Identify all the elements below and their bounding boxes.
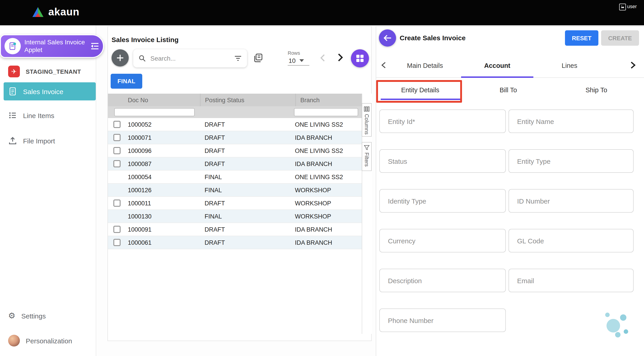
cell-branch: WORKSHOP [295,213,362,220]
gear-icon: ⚙ [8,312,15,320]
cell-posting-status: FINAL [204,187,295,193]
filter-list-icon[interactable] [234,55,242,62]
table-row[interactable]: 1000130 FINAL WORKSHOP [108,210,362,223]
cell-branch: ONE LIVING SS2 [295,121,362,128]
email-field[interactable]: Email [508,269,634,292]
currency-field[interactable]: Currency [379,229,506,252]
table-row[interactable]: 1000061 DRAFT IDA BRANCH [108,236,362,249]
tab-account[interactable]: Account [461,54,533,77]
table-header-row: Doc No Posting Status Branch [108,94,362,106]
columns-side-tab[interactable]: Columns [362,103,372,137]
reset-button[interactable]: RESET [565,30,598,46]
column-header-posting-status[interactable]: Posting Status [200,94,295,106]
row-checkbox[interactable] [113,239,120,246]
cell-branch: IDA BRANCH [295,134,362,141]
page-title: Create Sales Invoice [400,34,466,42]
identity-type-field[interactable]: Identity Type [379,189,506,213]
table-row[interactable]: 1000091 DRAFT IDA BRANCH [108,223,362,236]
table-side-strip: Columns Filters [362,94,372,334]
description-field[interactable]: Description [379,269,506,292]
list-icon [8,111,17,120]
column-header-branch[interactable]: Branch [295,94,362,106]
sidebar-item-settings[interactable]: ⚙ Settings [0,308,96,323]
tab-main-details[interactable]: Main Details [389,54,461,77]
cell-doc-no: 1000011 [128,200,204,207]
row-checkbox[interactable] [113,226,120,233]
row-checkbox[interactable] [113,134,120,141]
sidebar-item-personalization[interactable]: Personalization [0,333,96,348]
cell-posting-status: DRAFT [204,239,295,246]
table-row[interactable]: 1000071 DRAFT IDA BRANCH [108,131,362,144]
tab-lines[interactable]: Lines [533,54,606,77]
detail-tab-bar: Main Details Account Lines [376,54,644,78]
rows-per-page-control[interactable]: Rows 10 [288,50,309,66]
entity-id-field[interactable]: Entity Id* [379,109,506,133]
user-alt-text: user [627,4,637,9]
duplicate-list-button[interactable] [253,53,263,63]
grid-view-icon [356,54,364,62]
back-button[interactable] [379,29,396,47]
tenant-logo-icon: ✈ [8,66,20,77]
user-avatar [8,335,20,346]
status-field[interactable]: Status [379,149,506,173]
cell-doc-no: 1000126 [128,187,204,193]
search-box[interactable] [133,49,247,67]
columns-icon [364,106,370,112]
table-row[interactable]: 1000011 DRAFT WORKSHOP [108,197,362,210]
doc-no-filter-input[interactable] [114,108,195,116]
column-header-doc-no[interactable]: Doc No [128,97,204,103]
table-row[interactable]: 1000052 DRAFT ONE LIVING SS2 [108,118,362,131]
row-checkbox[interactable] [113,200,120,207]
applet-title: Internal Sales Invoice Applet [24,39,87,54]
sidebar-item-sales-invoice[interactable]: Sales Invoice [4,82,96,100]
previous-page-button[interactable] [318,53,328,63]
rows-per-page-select[interactable]: 10 [288,56,309,66]
row-checkbox[interactable] [113,121,120,128]
cell-branch: ONE LIVING SS2 [295,173,362,180]
duplicate-list-icon [253,53,263,63]
cell-posting-status: DRAFT [204,160,295,167]
subtab-bill-to[interactable]: Bill To [464,77,552,103]
table-row[interactable]: 1000054 FINAL ONE LIVING SS2 [108,170,362,184]
search-input[interactable] [150,54,231,62]
table-row[interactable]: 1000096 DRAFT ONE LIVING SS2 [108,144,362,157]
upload-icon [8,136,17,145]
tabs-scroll-left[interactable] [380,61,388,71]
listing-title: Sales Invoice Listing [112,36,178,43]
cell-doc-no: 1000091 [128,226,204,233]
subtab-ship-to[interactable]: Ship To [552,77,640,103]
tabs-scroll-right[interactable] [628,60,637,72]
gl-code-field[interactable]: GL Code [508,229,634,252]
entity-type-field[interactable]: Entity Type [508,149,634,173]
applet-switcher-pill[interactable]: Internal Sales Invoice Applet [0,34,104,58]
table-filter-row [108,106,362,118]
table-row[interactable]: 1000087 DRAFT IDA BRANCH [108,157,362,170]
next-page-button[interactable] [335,52,346,63]
view-switcher-button[interactable] [351,49,369,67]
sidebar-item-file-import[interactable]: File Import [0,133,96,148]
tenant-label: STAGING_TENANT [26,68,81,75]
row-checkbox[interactable] [113,160,120,167]
final-filter-chip[interactable]: FINAL [111,74,142,89]
cell-branch: WORKSHOP [295,187,362,193]
row-checkbox[interactable] [113,147,120,154]
filters-side-tab[interactable]: Filters [362,142,372,171]
create-button[interactable]: CREATE [601,30,639,46]
table-row[interactable]: 1000126 FINAL WORKSHOP [108,184,362,197]
collapse-menu-icon[interactable] [90,42,99,50]
brand-logo[interactable]: akaun [32,6,80,18]
entity-name-field[interactable]: Entity Name [508,109,634,133]
cell-branch: IDA BRANCH [295,160,362,167]
cell-posting-status: DRAFT [204,121,295,128]
sidebar-item-line-items[interactable]: Line Items [0,108,96,123]
annotation-highlight-box [376,80,462,103]
user-avatar-broken-image[interactable]: user [619,4,637,11]
top-bar: akaun user [0,0,644,25]
id-number-field[interactable]: ID Number [508,189,634,213]
sidebar-item-label: File Import [23,137,55,144]
branch-filter-input[interactable] [294,108,358,116]
cell-branch: IDA BRANCH [295,226,362,233]
phone-number-field[interactable]: Phone Number [379,308,506,332]
add-invoice-button[interactable] [112,49,129,67]
sidebar-item-tenant[interactable]: ✈ STAGING_TENANT [0,64,96,79]
